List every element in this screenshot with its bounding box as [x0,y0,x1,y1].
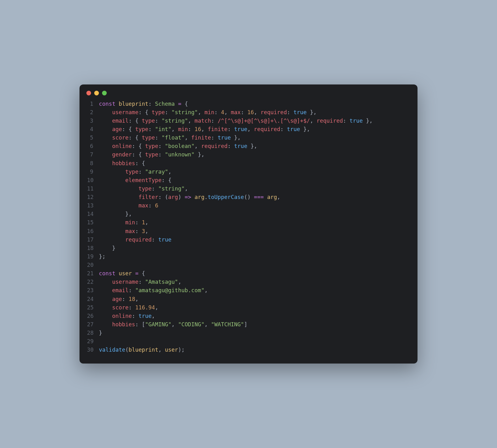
code-content[interactable]: min: 1, [99,218,148,227]
code-content[interactable]: email: { type: "string", match: /^[^\s@]… [99,117,373,125]
code-line[interactable]: 15 min: 1, [87,218,410,227]
token-str: "CODING" [178,321,204,328]
code-line[interactable]: 4 age: { type: "int", min: 16, finite: t… [87,125,410,134]
code-line[interactable]: 13 max: 6 [87,201,410,210]
code-line[interactable]: 30validate(blueprint, user); [87,346,410,354]
code-line[interactable]: 16 max: 3, [87,227,410,236]
token-punc [99,177,125,183]
token-key2: type [145,151,158,158]
token-punc: : [155,135,161,141]
code-line[interactable]: 1const blueprint: Schema = { [87,100,410,108]
code-content[interactable]: score: 116.94, [99,303,158,312]
code-content[interactable]: filter: (arg) => arg.toUpperCase() === a… [99,193,280,201]
code-content[interactable]: }; [99,252,105,261]
zoom-icon[interactable] [102,91,107,95]
token-punc: }, [99,211,132,217]
code-content[interactable]: gender: { type: "unknown" }, [99,150,204,159]
token-punc: : [228,126,234,132]
line-number: 10 [87,176,99,185]
code-line[interactable]: 20 [87,261,410,269]
code-content[interactable]: const blueprint: Schema = { [99,100,188,108]
code-content[interactable]: hobbies: { [99,159,145,168]
token-punc [99,194,138,200]
line-number: 8 [87,159,99,168]
code-line[interactable]: 22 username: "Amatsagu", [87,278,410,286]
code-line[interactable]: 12 filter: (arg) => arg.toUpperCase() ==… [87,193,410,201]
code-line[interactable]: 17 required: true [87,236,410,244]
code-content[interactable]: elementType: { [99,176,172,185]
code-line[interactable]: 18 } [87,244,410,252]
code-line[interactable]: 29 [87,337,410,346]
token-var: blueprint [129,347,158,353]
code-line[interactable]: 11 type: "string", [87,185,410,193]
token-punc: }, [231,135,241,141]
code-line[interactable]: 5 score: { type: "float", finite: true }… [87,134,410,142]
token-punc: , [204,287,208,293]
code-content[interactable]: max: 3, [99,227,148,236]
code-line[interactable]: 2 username: { type: "string", min: 4, ma… [87,108,410,117]
token-key2: filter [138,194,158,200]
code-content[interactable]: validate(blueprint, user); [99,346,185,354]
code-content[interactable]: score: { type: "float", finite: true }, [99,134,241,142]
code-content[interactable]: age: { type: "int", min: 16, finite: tru… [99,125,310,134]
code-line[interactable]: 23 email: "amatsagu@github.com", [87,286,410,295]
code-content[interactable]: email: "amatsagu@github.com", [99,286,208,295]
code-content[interactable]: type: "array", [99,168,172,176]
token-bool: true [287,126,300,132]
token-punc: , [201,126,208,132]
minimize-icon[interactable] [94,91,99,95]
token-punc: : [129,287,135,293]
close-icon[interactable] [86,91,91,95]
token-punc: , [185,135,191,141]
line-number: 15 [87,218,99,227]
code-content[interactable]: online: true, [99,312,155,320]
code-editor[interactable]: 1const blueprint: Schema = {2 username: … [79,99,418,358]
token-key2: elementType [125,177,161,183]
code-content[interactable]: const user = { [99,269,145,278]
line-number: 21 [87,269,99,278]
code-line[interactable]: 19}; [87,252,410,261]
code-line[interactable]: 3 email: { type: "string", match: /^[^\s… [87,117,410,125]
code-line[interactable]: 6 online: { type: "boolean", required: t… [87,142,410,150]
token-key2: finite [191,135,211,141]
token-key2: username [112,279,138,285]
token-punc [264,194,267,200]
token-punc: : { [132,143,145,149]
token-punc [99,287,112,293]
token-var: user [119,270,132,277]
code-content[interactable]: required: true [99,236,172,244]
token-regex: /^[^\s@]+@[^\s@]+\.[^\s@]+$/ [218,118,310,124]
code-content[interactable]: online: { type: "boolean", required: tru… [99,142,257,150]
code-content[interactable]: }, [99,210,132,218]
code-line[interactable]: 24 age: 18, [87,295,410,303]
code-content[interactable]: type: "string", [99,185,188,193]
code-content[interactable]: username: { type: "string", min: 4, max:… [99,108,317,117]
code-content[interactable]: } [99,329,102,337]
token-punc [115,101,119,107]
code-line[interactable]: 21const user = { [87,269,410,278]
token-punc: , [178,279,182,285]
token-punc [99,296,112,302]
code-line[interactable]: 26 online: true, [87,312,410,320]
code-content[interactable]: hobbies: ["GAMING", "CODING", "WATCHING"… [99,320,247,329]
code-line[interactable]: 7 gender: { type: "unknown" }, [87,150,410,159]
token-key2: required [125,237,151,243]
token-punc: ( [125,347,129,353]
code-line[interactable]: 25 score: 116.94, [87,303,410,312]
code-content[interactable]: } [99,244,115,252]
code-line[interactable]: 28} [87,329,410,337]
code-line[interactable]: 14 }, [87,210,410,218]
token-punc: , [145,228,149,234]
code-line[interactable]: 9 type: "array", [87,168,410,176]
token-punc [99,143,112,149]
code-content[interactable]: age: 18, [99,295,138,303]
code-content[interactable]: max: 6 [99,201,158,210]
line-number: 9 [87,168,99,176]
token-num: 6 [155,202,158,209]
code-line[interactable]: 10 elementType: { [87,176,410,185]
code-line[interactable]: 8 hobbies: { [87,159,410,168]
token-punc: : [280,126,287,132]
code-content[interactable]: username: "Amatsagu", [99,278,181,286]
code-line[interactable]: 27 hobbies: ["GAMING", "CODING", "WATCHI… [87,320,410,329]
token-str: "string" [172,109,198,115]
